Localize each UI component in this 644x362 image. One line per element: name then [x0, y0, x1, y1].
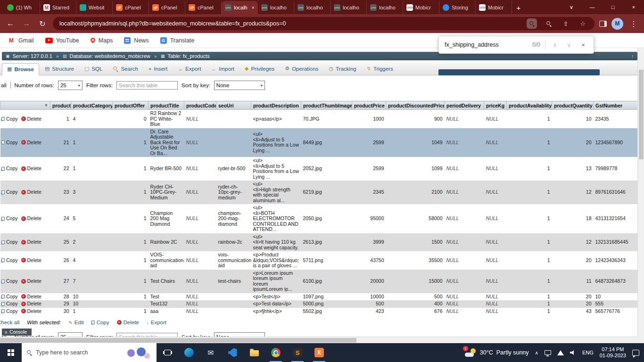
browser-tab-4[interactable]: cPcPanel — [113, 1, 149, 14]
menu-icon[interactable]: ⋮ — [628, 19, 639, 28]
delete-action[interactable]: ×Delete — [21, 294, 41, 300]
pma-tab-triggers[interactable]: ↯Triggers — [362, 63, 398, 75]
browser-tab-7[interactable]: pmalocalh× — [222, 1, 258, 14]
zoom-icon[interactable] — [544, 18, 554, 29]
column-header-productThumbImage[interactable]: productThumbImage — [301, 101, 352, 110]
search-highlight-flowers-icon[interactable] — [125, 346, 152, 360]
find-prev-icon[interactable]: ∧ — [550, 41, 560, 49]
copy-action[interactable]: Copy — [1, 301, 18, 307]
browser-tab-2[interactable]: MStarred — [40, 1, 76, 14]
code-taskbar-button[interactable] — [222, 343, 243, 362]
scroll-top-icon[interactable]: ↑ — [631, 54, 634, 59]
browser-tab-10[interactable]: pmalocalho — [330, 1, 367, 14]
rows-select[interactable]: 25▾ — [58, 81, 83, 90]
start-button[interactable] — [0, 343, 22, 362]
column-header-productQuantity[interactable]: productQuantity — [552, 101, 594, 110]
taskbar-clock[interactable]: 07:14 PM 01-09-2023 — [600, 346, 626, 359]
weather-widget[interactable]: 1 30°C Partly sunny — [464, 347, 529, 358]
copy-action[interactable]: Copy — [1, 279, 18, 284]
browser-tab-9[interactable]: pmalocalho — [294, 1, 330, 14]
new-tab-button[interactable]: + — [512, 1, 525, 14]
vertical-scrollbar[interactable] — [637, 48, 644, 337]
bookmark-news[interactable]: News — [124, 37, 149, 44]
profile-avatar[interactable]: M — [611, 18, 623, 30]
browser-tab-13[interactable]: Storing — [439, 1, 476, 14]
copy-action[interactable]: Copy — [1, 309, 18, 314]
scrollbar-thumb[interactable] — [0, 338, 356, 343]
pma-tab-export[interactable]: →Export — [173, 63, 206, 75]
browser-tab-14[interactable]: LOGOMobicr — [476, 1, 512, 14]
export-action[interactable]: ↓Export — [147, 320, 166, 325]
show-all-label[interactable]: all — [1, 82, 7, 88]
bookmark-gmail[interactable]: MGmail — [8, 37, 34, 44]
delete-action[interactable]: ×Delete — [21, 116, 41, 122]
copy-action[interactable]: Copy — [1, 189, 18, 195]
minimize-button[interactable]: — — [582, 0, 603, 14]
action-center-icon[interactable] — [632, 350, 639, 356]
delete-action[interactable]: ×Delete — [21, 216, 41, 222]
bookmark-star-icon[interactable]: ☆ — [578, 18, 588, 29]
tab-close-icon[interactable]: × — [252, 5, 255, 10]
language-indicator[interactable]: ENG — [582, 350, 594, 355]
column-header-productDiscountedPrice[interactable]: productDiscountedPrice — [386, 101, 445, 110]
check-all-label[interactable]: Check all — [0, 320, 19, 325]
delete-action[interactable]: ×Delete — [21, 258, 41, 263]
copy-action[interactable]: Copy — [91, 320, 109, 325]
browser-tab-8[interactable]: pmalocalho — [258, 1, 294, 14]
copy-action[interactable]: Copy — [1, 166, 18, 172]
pma-tab-privileges[interactable]: ◆Privileges — [240, 63, 279, 75]
delete-action[interactable]: ×Delete — [21, 189, 41, 195]
share-icon[interactable]: ⇧ — [561, 18, 571, 29]
column-header-productID[interactable]: productID — [50, 101, 71, 110]
column-header-GstNumber[interactable]: GstNumber — [594, 101, 644, 110]
breadcrumb-database[interactable]: Database: websitedemo_mobicrew — [70, 53, 150, 59]
pma-tab-import[interactable]: ←Import — [206, 63, 239, 75]
explorer-taskbar-button[interactable] — [243, 343, 265, 362]
tray-chevron-icon[interactable]: ∧ — [535, 350, 538, 355]
copy-action[interactable]: Copy — [1, 239, 18, 245]
browser-tab-6[interactable]: cPcPanel — [185, 1, 222, 14]
bookmark-translate[interactable]: GTranslate — [160, 37, 195, 44]
pma-tab-operations[interactable]: ⚙Operations — [280, 63, 323, 75]
task-view-button[interactable] — [157, 343, 178, 362]
delete-action[interactable]: ×Delete — [21, 279, 41, 284]
chrome-taskbar-button[interactable] — [265, 343, 287, 362]
bookmark-maps[interactable]: Maps — [91, 37, 113, 44]
maximize-button[interactable]: □ — [603, 0, 623, 14]
pma-tab-tracking[interactable]: ◷Tracking — [324, 63, 361, 75]
delete-action[interactable]: ×Delete — [117, 320, 139, 325]
find-close-icon[interactable]: × — [578, 41, 588, 49]
find-next-icon[interactable]: ∨ — [564, 41, 574, 49]
column-header-productCode[interactable]: productCode — [184, 101, 216, 110]
copy-action[interactable]: Copy — [1, 258, 18, 263]
find-input[interactable]: fx_shipping_address — [445, 41, 528, 48]
taskbar-search[interactable]: Type here to search — [22, 343, 157, 362]
select-all-caret-icon[interactable]: ▼ — [44, 103, 48, 107]
pma-tab-insert[interactable]: +Insert — [144, 63, 172, 75]
volume-icon[interactable] — [570, 350, 576, 355]
browser-tab-3[interactable]: Websit — [76, 1, 113, 14]
edge-taskbar-button[interactable] — [178, 343, 200, 362]
browser-tab-1[interactable]: (1) Wh — [4, 1, 40, 14]
filter-input[interactable] — [116, 81, 178, 90]
side-panel-icon[interactable] — [599, 21, 607, 27]
copy-action[interactable]: Copy — [1, 294, 18, 300]
column-header-productOffer[interactable]: productOffer — [113, 101, 149, 110]
xampp-taskbar-button[interactable]: X — [308, 343, 330, 362]
tab-list-caret-icon[interactable]: ∨ — [561, 0, 582, 14]
address-bar[interactable]: localhost/phpmyadmin/sql.php?db=websited… — [53, 17, 594, 30]
sublime-taskbar-button[interactable]: S — [287, 343, 308, 362]
sort-select[interactable]: None▾ — [214, 81, 265, 90]
find-highlight-icon[interactable] — [527, 18, 537, 29]
edit-action[interactable]: ✎Edit — [68, 320, 83, 325]
column-header-productCategory[interactable]: productCategory — [71, 101, 113, 110]
mail-taskbar-button[interactable]: ✉ — [200, 343, 222, 362]
copy-action[interactable]: Copy — [1, 116, 18, 122]
browser-tab-5[interactable]: cPcPanel — [149, 1, 185, 14]
forward-icon[interactable]: → — [21, 19, 32, 28]
delete-action[interactable]: ×Delete — [21, 309, 41, 314]
reload-icon[interactable]: ↻ — [37, 19, 48, 28]
tray-display-icon[interactable] — [545, 350, 551, 355]
console-tab[interactable]: ≡ Console — [2, 329, 32, 336]
browser-tab-12[interactable]: LOGOMobicr — [403, 1, 439, 14]
